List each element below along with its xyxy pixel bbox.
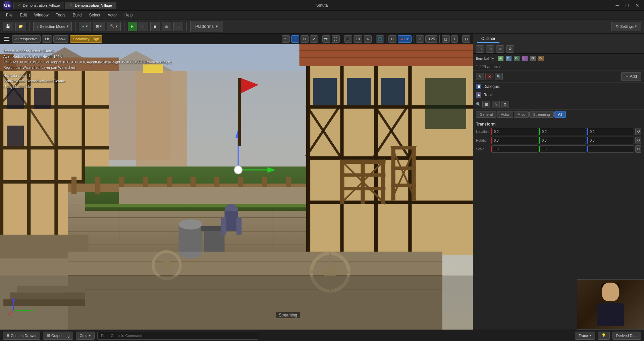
webcam-overlay	[577, 279, 644, 330]
tab-actor[interactable]: Actor	[497, 111, 513, 118]
scalability-badge[interactable]: Scalability: High	[70, 35, 102, 43]
tab-misc[interactable]: Misc	[514, 111, 529, 118]
separator-4	[186, 22, 187, 31]
rotate-size-icon: 🔺	[400, 37, 404, 41]
close-button[interactable]: ✕	[633, 2, 641, 9]
location-z[interactable]	[587, 128, 634, 135]
maximize-button[interactable]: □	[624, 2, 631, 9]
gear-search-btn[interactable]: ⚙	[501, 101, 509, 108]
outliner-tab[interactable]: Outliner	[477, 35, 499, 43]
grid-button[interactable]: ⊞ ▾	[93, 22, 105, 31]
edit-props-btn[interactable]: ✎	[476, 73, 484, 80]
build-button[interactable]: 🔨 ▾	[107, 22, 121, 31]
scale-x[interactable]	[491, 145, 538, 153]
pause-button[interactable]: ⏸	[139, 22, 148, 31]
tab-general[interactable]: General	[476, 111, 496, 118]
rotation-z[interactable]	[587, 137, 634, 144]
menu-select[interactable]: Select	[86, 12, 103, 18]
location-reset[interactable]: ↺	[635, 128, 641, 135]
rotation-x[interactable]	[491, 137, 538, 144]
menu-window[interactable]: Window	[31, 12, 52, 18]
tab-streaming[interactable]: Streaming	[529, 111, 553, 118]
location-y[interactable]	[539, 128, 586, 135]
menu-file[interactable]: File	[3, 12, 16, 18]
selection-mode-label: Selection Mode	[40, 25, 65, 29]
selection-mode-button[interactable]: ⬦ Selection Mode ▾	[33, 22, 72, 31]
cat-le[interactable]: Le	[522, 56, 528, 61]
vp-sep-6	[439, 35, 440, 43]
menu-actor[interactable]: Actor	[104, 12, 120, 18]
grid-size[interactable]: 10	[354, 35, 362, 43]
content-drawer-button[interactable]: ⊟ Content Drawer	[3, 332, 40, 340]
rotate-grid-icon[interactable]: ↻	[388, 35, 396, 43]
snap-icon[interactable]: ◻	[442, 35, 450, 43]
platforms-label: Platforms	[195, 24, 214, 29]
console-input[interactable]	[97, 332, 258, 340]
camera-speed[interactable]: 📷	[322, 35, 330, 43]
eject-button[interactable]: ⏏	[162, 22, 171, 31]
menu-tools[interactable]: Tools	[53, 12, 69, 18]
surface-snap[interactable]: ∿	[364, 35, 372, 43]
add-button[interactable]: + ▾	[79, 22, 91, 31]
translate-tool[interactable]: ✛	[291, 35, 299, 43]
maximize-viewport[interactable]: ⛶	[332, 35, 340, 43]
viewport[interactable]: ○ Perspective Lit Show Scalability: High…	[0, 34, 473, 330]
settings-button[interactable]: ⚙ Settings ▾	[611, 22, 641, 31]
trace-button[interactable]: Trace ▾	[575, 332, 595, 340]
title-left: UE ⚠ Demonstration_Village ⚠ Demonstrati…	[3, 1, 116, 10]
menu-help[interactable]: Help	[121, 12, 136, 18]
derived-data-icon[interactable]: 💡	[598, 332, 610, 340]
root-icon: ◆	[476, 92, 481, 98]
svg-rect-20	[7, 88, 24, 109]
rotation-reset[interactable]: ↺	[635, 137, 641, 144]
minimize-button[interactable]: ─	[614, 2, 621, 9]
add-component-btn[interactable]: + Add	[621, 72, 641, 81]
show-button[interactable]: Show	[53, 35, 69, 43]
scale-tool[interactable]: ⤢	[310, 35, 318, 43]
star-search-btn[interactable]: ☆	[492, 101, 500, 108]
source-control-button[interactable]: 📁	[15, 22, 26, 31]
platforms-button[interactable]: Platforms ▾	[190, 21, 223, 32]
filter-icon-btn[interactable]: ⊟	[476, 45, 484, 53]
cmd-button[interactable]: Cmd ▾	[76, 332, 94, 340]
save-button[interactable]: 💾	[3, 22, 13, 31]
more-play-options[interactable]: ⋮	[173, 22, 183, 31]
filter-star-btn[interactable]: ☆	[496, 45, 504, 53]
select-tool[interactable]: ↖	[282, 35, 290, 43]
scale-z[interactable]	[587, 145, 634, 153]
layout-icon[interactable]: ⊟	[462, 35, 470, 43]
play-button[interactable]: ▶	[128, 22, 137, 31]
eye-toggle[interactable]: 👁	[498, 56, 503, 61]
tab-2[interactable]: ⚠ Demonstration_Village	[65, 2, 116, 9]
menu-edit[interactable]: Edit	[16, 12, 30, 18]
snap-val[interactable]: 1	[451, 35, 458, 43]
delete-props-btn[interactable]: ✕	[485, 73, 493, 80]
tab-1[interactable]: ⚠ Demonstration_Village	[13, 2, 64, 9]
grid-view-btn[interactable]: ⊞	[482, 101, 490, 108]
scale-size[interactable]: 0.25	[425, 35, 437, 43]
global-icon[interactable]: 🌐	[376, 35, 384, 43]
cat-sk: Sk	[530, 56, 536, 61]
lit-button[interactable]: Lit	[42, 35, 52, 43]
perspective-button[interactable]: ○ Perspective	[12, 35, 41, 43]
filter-gear-btn[interactable]: ⚙	[506, 45, 514, 53]
rotation-y[interactable]	[539, 137, 586, 144]
derived-data-button[interactable]: Derived Data	[612, 332, 641, 340]
detail-actions: ✎ ✕ 🔍 + Add	[473, 71, 644, 83]
location-x[interactable]	[491, 128, 538, 135]
tab-all[interactable]: All	[554, 111, 566, 118]
rotate-tool[interactable]: ↻	[301, 35, 309, 43]
output-log-button[interactable]: ▤ Output Log	[43, 332, 73, 340]
svg-rect-56	[306, 201, 473, 204]
scale-reset[interactable]: ↺	[635, 145, 641, 153]
search-props-btn[interactable]: 🔍	[495, 73, 503, 80]
rotate-size[interactable]: 🔺 10°	[398, 35, 412, 43]
menu-build[interactable]: Build	[69, 12, 85, 18]
viewport-menu-button[interactable]	[3, 36, 11, 42]
scale-y[interactable]	[539, 145, 586, 153]
world-grid[interactable]: ⊞	[344, 35, 352, 43]
stop-button[interactable]: ⏹	[150, 22, 160, 31]
filter-grid-btn[interactable]: ⊞	[486, 45, 494, 53]
scale-grid-icon[interactable]: ⤢	[416, 35, 424, 43]
vp-sep-1	[320, 35, 320, 43]
